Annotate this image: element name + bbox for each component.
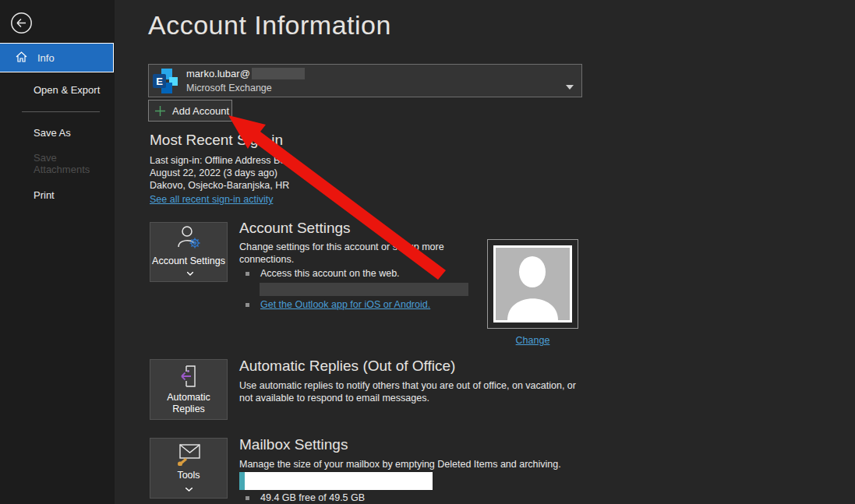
web-access-bullet: Access this account on the web. (246, 268, 400, 279)
backstage-sidebar: Info Open & Export Save As Save Attachme… (0, 0, 115, 504)
sidebar-item-label: Open & Export (34, 84, 100, 96)
account-identity: marko.lubar@ Microsoft Exchange (186, 68, 305, 93)
account-settings-description: Change settings for this account or set … (239, 241, 482, 266)
storage-bullet: 49.4 GB free of 49.5 GB (246, 492, 365, 503)
sidebar-item-save-as[interactable]: Save As (0, 121, 115, 144)
mailbox-tools-tile-button[interactable]: Tools (150, 438, 228, 499)
storage-text: 49.4 GB free of 49.5 GB (260, 492, 365, 503)
sidebar-item-label: Save As (34, 127, 71, 139)
person-silhouette-icon (496, 248, 570, 320)
sidebar-divider (22, 111, 100, 112)
chevron-down-icon (185, 483, 193, 495)
home-icon (15, 51, 28, 65)
url-redaction-bar (260, 283, 468, 296)
tile-label: Tools (177, 470, 200, 481)
account-settings-tile-button[interactable]: Account Settings (150, 222, 228, 282)
sidebar-item-info[interactable]: Info (0, 43, 114, 72)
exchange-icon: E (152, 68, 178, 94)
bullet-square-icon (246, 272, 249, 276)
add-account-button[interactable]: Add Account (148, 100, 232, 122)
automatic-replies-heading: Automatic Replies (Out of Office) (239, 358, 455, 375)
mailbox-settings-description: Manage the size of your mailbox by empty… (239, 458, 561, 471)
signin-activity-link[interactable]: See all recent sign-in activity (150, 194, 273, 205)
email-redaction-box (252, 68, 305, 79)
change-photo-link-wrap: Change (487, 333, 578, 347)
add-account-label: Add Account (172, 105, 229, 117)
sidebar-item-print[interactable]: Print (0, 183, 115, 206)
person-gear-icon (174, 225, 203, 252)
profile-photo-frame (487, 239, 578, 329)
sidebar-item-label: Info (37, 52, 55, 64)
page-title: Account Information (148, 10, 391, 41)
automatic-replies-description: Use automatic replies to notify others t… (239, 379, 576, 404)
account-settings-heading: Account Settings (239, 220, 351, 237)
account-type: Microsoft Exchange (186, 83, 305, 93)
recent-signin-line3: Dakovo, Osjecko-Baranjska, HR (150, 179, 289, 192)
profile-photo-placeholder (493, 245, 572, 322)
automatic-replies-tile-button[interactable]: Automatic Replies (150, 359, 228, 420)
chevron-down-icon (187, 267, 193, 279)
account-information-pane: Account Information E marko.lubar@ Micro… (115, 0, 855, 504)
account-selector-dropdown[interactable]: E marko.lubar@ Microsoft Exchange (148, 64, 582, 97)
mailbox-cleanup-icon (175, 442, 203, 466)
web-access-text: Access this account on the web. (260, 268, 400, 279)
svg-text:E: E (156, 76, 163, 87)
recent-signin-heading: Most Recent Sign-in (150, 132, 283, 149)
back-button[interactable] (10, 12, 33, 34)
mailbox-storage-bar (239, 472, 433, 490)
account-email: marko.lubar@ (186, 69, 250, 79)
out-of-office-icon (175, 365, 202, 388)
tile-label: Account Settings (150, 256, 227, 279)
tile-label: Automatic Replies (157, 392, 220, 415)
bullet-square-icon (246, 303, 249, 307)
change-photo-link[interactable]: Change (516, 335, 550, 346)
sidebar-item-save-attachments: Save Attachments (0, 152, 115, 175)
sidebar-item-label: Save Attachments (34, 152, 115, 175)
sidebar-item-open-export[interactable]: Open & Export (0, 78, 115, 101)
recent-signin-line2: August 22, 2022 (3 days ago) (150, 167, 277, 179)
bullet-square-icon (246, 496, 249, 500)
recent-signin-line1: Last sign-in: Offline Address Book (150, 154, 295, 167)
outlook-backstage: { "app": { "title": "Account Information… (0, 0, 855, 504)
chevron-down-icon (566, 79, 574, 93)
sidebar-item-label: Print (34, 189, 55, 201)
outlook-app-bullet: Get the Outlook app for iOS or Android. (246, 299, 430, 310)
outlook-app-link[interactable]: Get the Outlook app for iOS or Android. (260, 299, 430, 310)
mailbox-storage-fill (239, 472, 245, 490)
mailbox-settings-heading: Mailbox Settings (239, 436, 348, 453)
back-arrow-icon (10, 12, 33, 34)
plus-icon (154, 105, 166, 117)
